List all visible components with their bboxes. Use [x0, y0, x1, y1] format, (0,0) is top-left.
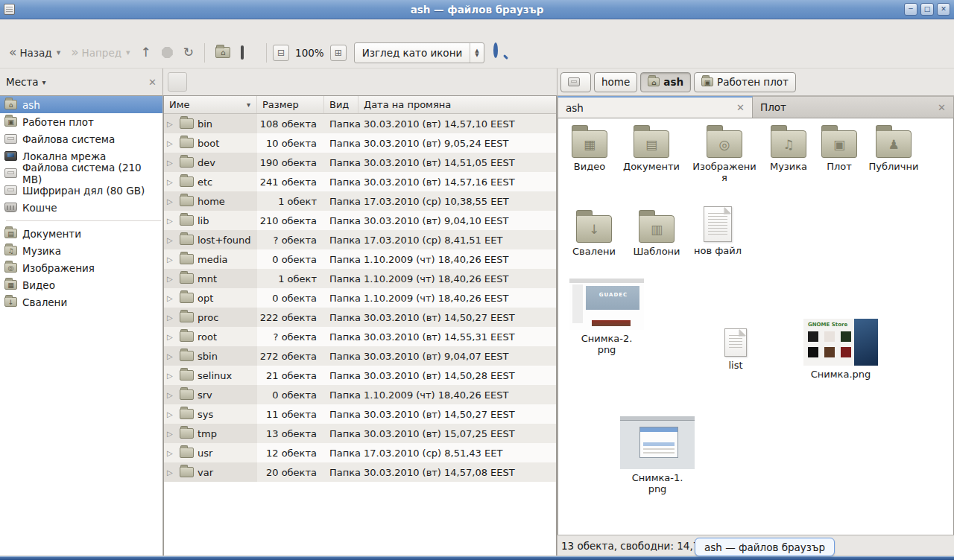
sidebar-place-item[interactable]: Шифриран дял (80 GB): [0, 182, 162, 199]
view-mode-combobox[interactable]: Изглед като икони ▲▼: [354, 42, 484, 63]
sidebar-close-icon[interactable]: ✕: [148, 77, 157, 88]
expander-icon[interactable]: ▷: [167, 217, 176, 225]
file-item[interactable]: ▥ Шаблони: [625, 209, 688, 257]
sidebar-header-label[interactable]: Места: [6, 76, 39, 88]
sidebar-place-item[interactable]: [0, 216, 162, 225]
file-item[interactable]: GUADEC Снимка-2.png: [568, 279, 645, 355]
tab[interactable]: Плот ✕: [753, 96, 954, 118]
file-item[interactable]: ▦ Видео: [560, 124, 619, 172]
breadcrumb-button[interactable]: ⌂ ash: [640, 72, 691, 92]
expander-icon[interactable]: ▷: [167, 314, 176, 322]
table-row[interactable]: ▷ media 0 обекта Папка 1.10.2009 (чт) 18…: [164, 249, 556, 269]
computer-button[interactable]: [236, 43, 260, 63]
close-button[interactable]: ✕: [937, 3, 950, 16]
forward-dropdown-icon[interactable]: ▾: [126, 48, 130, 57]
table-row[interactable]: ▷ lost+found ? обекта Папка 17.03.2010 (…: [164, 230, 556, 249]
expander-icon[interactable]: ▷: [167, 468, 176, 477]
reload-button[interactable]: ↻: [179, 42, 198, 63]
sidebar-place-item[interactable]: ◎ Изображения: [0, 259, 162, 276]
expander-icon[interactable]: ▷: [167, 294, 176, 302]
minimize-button[interactable]: ─: [904, 3, 917, 16]
file-item[interactable]: ♟ Публични: [862, 124, 926, 172]
expander-icon[interactable]: ▷: [167, 159, 176, 167]
titlebar[interactable]: ash — файлов браузър ─ □ ✕: [0, 0, 954, 19]
home-button[interactable]: ⌂: [211, 43, 235, 62]
sidebar-place-item[interactable]: ▣ Работен плот: [0, 113, 162, 130]
table-row[interactable]: ▷ usr 12 обекта Папка 17.03.2010 (ср) 8,…: [164, 443, 556, 462]
tab-close-icon[interactable]: ✕: [729, 102, 745, 113]
expander-icon[interactable]: ▷: [167, 275, 176, 283]
expander-icon[interactable]: ▷: [167, 352, 176, 360]
expander-icon[interactable]: ▷: [167, 333, 176, 341]
table-row[interactable]: ▷ selinux 21 обекта Папка 30.03.2010 (вт…: [164, 366, 556, 385]
file-item[interactable]: ◎ Изображения: [691, 124, 758, 183]
menu-item[interactable]: [45, 26, 58, 31]
tab[interactable]: ash ✕: [557, 96, 753, 118]
expander-icon[interactable]: ▷: [167, 430, 176, 438]
sidebar-place-item[interactable]: ⌂ ash: [0, 96, 162, 113]
table-row[interactable]: ▷ home 1 обект Папка 17.03.2010 (ср) 10,…: [164, 191, 556, 211]
table-row[interactable]: ▷ bin 108 обекта Папка 30.03.2010 (вт) 1…: [164, 114, 556, 133]
sidebar-place-item[interactable]: ↓ Свалени: [0, 293, 162, 311]
expander-icon[interactable]: ▷: [167, 178, 176, 186]
expander-icon[interactable]: ▷: [167, 120, 176, 128]
table-row[interactable]: ▷ root ? обекта Папка 30.03.2010 (вт) 14…: [164, 327, 556, 346]
expander-icon[interactable]: ▷: [167, 255, 176, 264]
table-row[interactable]: ▷ boot 10 обекта Папка 30.03.2010 (вт) 9…: [164, 133, 556, 153]
menu-item[interactable]: [18, 26, 31, 31]
column-header-name[interactable]: Име ▾: [164, 96, 257, 113]
breadcrumb-button[interactable]: home: [594, 72, 637, 92]
column-header-size[interactable]: Размер: [257, 96, 324, 113]
table-row[interactable]: ▷ srv 0 обекта Папка 1.10.2009 (чт) 18,4…: [164, 385, 556, 404]
expander-icon[interactable]: ▷: [167, 410, 176, 419]
expander-icon[interactable]: ▷: [167, 197, 176, 206]
file-icon-grid[interactable]: ▦ Видео ▤ Документи: [557, 118, 954, 535]
file-item[interactable]: GNOME Store Снимка.png: [801, 319, 880, 380]
expander-icon[interactable]: ▷: [167, 449, 176, 457]
tab-close-icon[interactable]: ✕: [930, 102, 946, 113]
back-dropdown-icon[interactable]: ▾: [57, 48, 61, 57]
menu-item[interactable]: [72, 26, 85, 31]
maximize-button[interactable]: □: [920, 3, 934, 16]
search-button[interactable]: [493, 45, 510, 61]
file-item[interactable]: ↓ Свалени: [564, 209, 624, 257]
column-header-type[interactable]: Вид: [324, 96, 358, 113]
table-row[interactable]: ▷ opt 0 обекта Папка 1.10.2009 (чт) 18,4…: [164, 288, 556, 308]
zoom-in-button[interactable]: ⊞: [330, 45, 347, 61]
forward-button[interactable]: » Напред ▾: [66, 42, 134, 63]
file-item[interactable]: list: [710, 328, 762, 371]
expander-icon[interactable]: ▷: [167, 236, 176, 244]
stop-button[interactable]: [157, 43, 177, 62]
sidebar-header-caret-icon[interactable]: ▾: [42, 78, 46, 86]
table-row[interactable]: ▷ tmp 13 обекта Папка 30.03.2010 (вт) 15…: [164, 424, 556, 443]
menu-item[interactable]: [31, 26, 45, 31]
file-item[interactable]: ♫ Музика: [757, 124, 820, 172]
menu-item[interactable]: [58, 26, 72, 31]
menu-item[interactable]: [4, 26, 18, 31]
table-row[interactable]: ▷ sys 11 обекта Папка 30.03.2010 (вт) 14…: [164, 404, 556, 424]
tree-root-button[interactable]: [168, 72, 187, 92]
table-row[interactable]: ▷ etc 241 обекта Папка 30.03.2010 (вт) 1…: [164, 172, 556, 191]
file-item[interactable]: Снимка-1.png: [619, 416, 696, 494]
sidebar-place-item[interactable]: Файлова система (210 MB): [0, 165, 162, 182]
table-row[interactable]: ▷ sbin 272 обекта Папка 30.03.2010 (вт) …: [164, 346, 556, 366]
expander-icon[interactable]: ▷: [167, 372, 176, 380]
file-item[interactable]: нов файл: [688, 206, 748, 256]
sidebar-place-item[interactable]: ♫ Музика: [0, 242, 162, 259]
column-header-date[interactable]: Дата на промяна: [358, 96, 556, 113]
table-row[interactable]: ▷ mnt 1 обект Папка 1.10.2009 (чт) 18,40…: [164, 269, 556, 288]
zoom-out-button[interactable]: ⊟: [273, 45, 289, 61]
table-row[interactable]: ▷ var 20 обекта Папка 30.03.2010 (вт) 14…: [164, 462, 556, 482]
up-button[interactable]: ↑: [136, 42, 156, 63]
breadcrumb-button[interactable]: [560, 72, 591, 92]
expander-icon[interactable]: ▷: [167, 391, 176, 399]
file-item[interactable]: ▤ Документи: [616, 124, 687, 172]
sidebar-place-item[interactable]: ▤ Документи: [0, 225, 162, 242]
table-row[interactable]: ▷ proc 222 обекта Папка 30.03.2010 (вт) …: [164, 308, 556, 327]
expander-icon[interactable]: ▷: [167, 139, 176, 147]
breadcrumb-button[interactable]: ▣ Работен плот: [694, 72, 796, 92]
file-item[interactable]: ▣ Плот: [815, 124, 863, 172]
sidebar-place-item[interactable]: ▦ Видео: [0, 276, 162, 293]
table-row[interactable]: ▷ lib 210 обекта Папка 30.03.2010 (вт) 9…: [164, 211, 556, 230]
back-button[interactable]: « Назад ▾: [4, 42, 65, 63]
